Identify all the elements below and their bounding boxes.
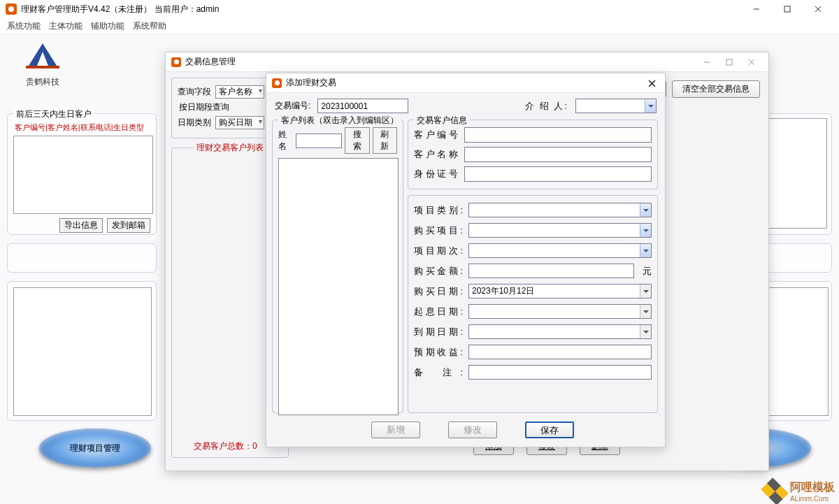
proj-type-combo[interactable] [468, 203, 652, 217]
new-button: 新增 [371, 422, 420, 438]
dialog-close-button[interactable] [644, 75, 659, 91]
trade-client-count: 交易客户总数：0 [194, 440, 257, 452]
add-trade-dialog: 添加理财交易 交易编号: 介 绍 人: 客户列表（双击录入到编辑区） 姓名 搜索… [266, 73, 666, 447]
menu-main[interactable]: 主体功能 [49, 20, 83, 32]
client-no-input[interactable] [464, 127, 652, 143]
buy-date-label: 购买日期: [414, 285, 463, 298]
expected-input[interactable] [468, 345, 652, 359]
due-date-picker[interactable] [468, 324, 652, 339]
buy-amount-input[interactable] [468, 264, 634, 278]
chevron-down-icon[interactable] [640, 285, 651, 298]
left-lower-list[interactable] [13, 287, 152, 416]
client-listbox[interactable] [278, 158, 399, 415]
chevron-down-icon[interactable] [640, 305, 651, 318]
close-button[interactable] [803, 0, 833, 18]
client-name-label: 客户名称 [414, 148, 459, 161]
interest-date-picker[interactable] [468, 304, 652, 319]
modify-button: 修改 [448, 422, 497, 438]
send-mail-button[interactable]: 发到邮箱 [107, 218, 150, 233]
client-no-label: 客户编号 [414, 129, 459, 141]
logo-icon [21, 38, 64, 71]
chevron-down-icon[interactable] [640, 244, 651, 257]
left-lower-panel [7, 281, 157, 421]
id-no-label: 身份证号 [414, 168, 459, 180]
date-query-label: 按日期段查询 [179, 101, 263, 113]
inner1-close[interactable] [740, 54, 763, 71]
inner1-maximize[interactable] [718, 54, 740, 71]
trade-info-title: 交易信息管理 [185, 56, 236, 68]
export-button[interactable]: 导出信息 [59, 218, 103, 233]
client-list-fieldset: 客户列表（双击录入到编辑区） 姓名 搜索 刷新 [272, 120, 403, 413]
chevron-down-icon[interactable] [640, 325, 651, 338]
watermark-sub: ALimm.Com [790, 495, 835, 503]
proj-phase-label: 项目期次: [414, 245, 463, 257]
main-titlebar: 理财客户管理助手V4.42（未注册） 当前用户：admin [0, 0, 839, 18]
client-info-legend: 交易客户信息 [414, 115, 470, 127]
chevron-down-icon[interactable] [645, 99, 656, 113]
svg-rect-1 [784, 6, 790, 12]
remark-input[interactable] [468, 365, 652, 380]
clear-all-button[interactable]: 清空全部交易信息 [672, 80, 760, 98]
chevron-down-icon[interactable] [640, 224, 651, 237]
due-date-label: 到期日期: [414, 326, 463, 338]
buy-date-picker[interactable]: 2023年10月12日 [468, 284, 652, 298]
minimize-button[interactable] [741, 0, 772, 18]
project-fieldset: 项目类别: 购买项目: 项目期次: 购买金额:元 购买日期:2023年10月12… [408, 195, 658, 413]
query-group: 查询字段 客户名称 按日期段查询 日期类别 购买日期 [171, 78, 269, 138]
buy-amount-label: 购买金额: [414, 265, 463, 278]
watermark-text: 阿哩模板 [790, 480, 835, 495]
name-label: 姓名 [278, 129, 293, 152]
birthday-panel-title: 前后三天内生日客户 [13, 108, 94, 120]
proj-type-label: 项目类别: [414, 204, 463, 217]
menu-assist[interactable]: 辅助功能 [91, 20, 124, 32]
left-mid-panel [7, 243, 157, 273]
trade-no-label: 交易编号: [275, 100, 310, 112]
chevron-down-icon[interactable] [640, 203, 651, 217]
app-icon [171, 57, 181, 67]
client-info-fieldset: 交易客户信息 客户编号 客户名称 身份证号 [408, 120, 658, 189]
trade-info-titlebar: 交易信息管理 [166, 52, 768, 72]
add-trade-titlebar: 添加理财交易 [266, 73, 665, 93]
buy-proj-label: 购买项目: [414, 224, 463, 237]
date-type-select[interactable]: 购买日期 [215, 116, 264, 129]
client-name-input[interactable] [464, 147, 652, 162]
birthday-list[interactable] [13, 136, 153, 214]
proj-phase-combo[interactable] [468, 243, 652, 258]
logo-area: 贵鹤科技 [11, 38, 74, 88]
watermark-icon [761, 477, 789, 504]
buy-proj-combo[interactable] [468, 223, 652, 238]
trade-client-list-title: 理财交易客户列表 [194, 142, 266, 154]
birthday-panel: 前后三天内生日客户 客户编号|客户姓名|联系电话|生日类型 导出信息 发到邮箱 [7, 113, 157, 235]
watermark: 阿哩模板 ALimm.Com [763, 480, 835, 503]
introducer-label: 介 绍 人: [525, 100, 568, 113]
svg-rect-6 [26, 66, 59, 69]
main-window-title: 理财客户管理助手V4.42（未注册） 当前用户：admin [21, 3, 219, 15]
finance-project-mgmt-button[interactable]: 理财项目管理 [39, 429, 151, 468]
date-type-label: 日期类别 [178, 117, 211, 129]
menu-system[interactable]: 系统功能 [7, 20, 41, 32]
app-icon [272, 78, 282, 88]
remark-label: 备 注: [414, 366, 463, 379]
save-button[interactable]: 保存 [525, 422, 574, 438]
maximize-button[interactable] [772, 0, 803, 18]
add-trade-title: 添加理财交易 [286, 77, 336, 89]
logo-caption: 贵鹤科技 [11, 76, 74, 88]
amount-unit: 元 [643, 265, 652, 278]
birthday-columns: 客户编号|客户姓名|联系电话|生日类型 [15, 122, 152, 133]
search-button[interactable]: 搜索 [345, 127, 369, 154]
refresh-button[interactable]: 刷新 [373, 127, 397, 154]
menubar: 系统功能 主体功能 辅助功能 系统帮助 [0, 18, 839, 35]
name-search-input[interactable] [296, 134, 342, 148]
inner1-minimize[interactable] [696, 54, 718, 71]
query-field-label: 查询字段 [178, 86, 211, 98]
introducer-combo[interactable] [575, 99, 657, 113]
interest-date-label: 起息日期: [414, 305, 463, 318]
client-list-legend: 客户列表（双击录入到编辑区） [278, 115, 401, 127]
expected-label: 预期收益: [414, 346, 463, 359]
query-field-select[interactable]: 客户名称 [215, 85, 264, 99]
trade-no-input[interactable] [317, 99, 408, 113]
menu-help[interactable]: 系统帮助 [133, 20, 166, 32]
svg-rect-8 [726, 59, 732, 65]
app-icon [6, 3, 17, 15]
id-no-input[interactable] [464, 166, 652, 182]
